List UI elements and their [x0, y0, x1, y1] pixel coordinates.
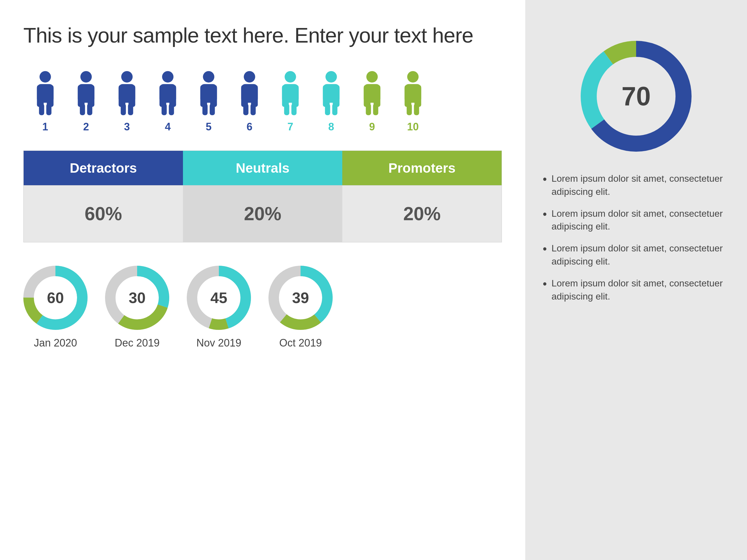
small-chart-value-0: 60: [47, 289, 64, 306]
small-chart-value-2: 45: [210, 289, 227, 306]
small-chart-2: 45Nov 2019: [187, 266, 251, 349]
bullet-item-3: •Lorem ipsum dolor sit amet, consectetue…: [543, 277, 729, 303]
svg-rect-23: [169, 104, 174, 115]
big-donut-chart: 70: [581, 41, 692, 152]
svg-rect-2: [37, 85, 44, 107]
svg-rect-44: [323, 85, 330, 107]
person-item-1: 1: [29, 71, 61, 133]
svg-rect-17: [128, 104, 133, 115]
svg-rect-59: [414, 104, 419, 115]
svg-rect-33: [251, 85, 258, 107]
svg-rect-57: [414, 85, 421, 107]
svg-rect-27: [210, 85, 217, 107]
person-icon-1: [29, 71, 61, 117]
svg-rect-38: [282, 85, 289, 107]
main-container: This is your sample text here. Enter you…: [0, 0, 747, 560]
svg-point-6: [80, 71, 92, 83]
bullet-text-1: Lorem ipsum dolor sit amet, consectetuer…: [551, 207, 729, 233]
page-title: This is your sample text here. Enter you…: [23, 23, 502, 47]
small-chart-label-2: Nov 2019: [197, 337, 241, 349]
svg-rect-8: [78, 85, 85, 107]
svg-point-18: [162, 71, 173, 83]
svg-rect-32: [241, 85, 248, 107]
person-icon-8: [315, 71, 347, 117]
person-icon-4: [152, 71, 184, 117]
svg-rect-41: [291, 104, 297, 115]
svg-rect-22: [162, 104, 167, 115]
person-number-3: 3: [124, 121, 130, 133]
small-chart-0: 60Jan 2020: [23, 266, 87, 349]
svg-rect-58: [407, 104, 412, 115]
svg-rect-40: [284, 104, 289, 115]
small-chart-3: 39Oct 2019: [268, 266, 333, 349]
small-donut-3: 39: [268, 266, 333, 330]
small-chart-value-1: 30: [129, 289, 146, 306]
svg-rect-51: [374, 85, 380, 107]
small-chart-value-3: 39: [292, 289, 309, 306]
small-chart-label-3: Oct 2019: [279, 337, 322, 349]
person-number-5: 5: [206, 121, 211, 133]
header-promoters: Promoters: [342, 151, 501, 185]
person-number-2: 2: [83, 121, 89, 133]
svg-rect-4: [39, 104, 44, 115]
person-icon-7: [274, 71, 306, 117]
small-chart-1: 30Dec 2019: [105, 266, 169, 349]
bullet-item-0: •Lorem ipsum dolor sit amet, consectetue…: [543, 172, 729, 198]
person-number-7: 7: [287, 121, 293, 133]
person-icon-10: [397, 71, 429, 117]
bullet-text-0: Lorem ipsum dolor sit amet, consectetuer…: [551, 172, 729, 198]
small-donut-0: 60: [23, 266, 87, 330]
bullet-dot-2: •: [543, 242, 547, 256]
person-item-4: 4: [152, 71, 184, 133]
small-chart-label-1: Dec 2019: [115, 337, 160, 349]
svg-rect-53: [373, 104, 379, 115]
svg-rect-29: [210, 104, 215, 115]
svg-rect-28: [203, 104, 208, 115]
svg-point-12: [121, 71, 132, 83]
table-header-row: Detractors Neutrals Promoters: [24, 151, 501, 185]
svg-rect-5: [46, 104, 52, 115]
person-item-10: 10: [397, 71, 429, 133]
person-icon-5: [192, 71, 225, 117]
bullet-item-2: •Lorem ipsum dolor sit amet, consectetue…: [543, 242, 729, 268]
data-detractors: 60%: [24, 185, 183, 242]
svg-rect-21: [169, 85, 176, 107]
person-item-8: 8: [315, 71, 347, 133]
small-donut-2: 45: [187, 266, 251, 330]
svg-point-36: [284, 71, 296, 83]
person-number-8: 8: [328, 121, 334, 133]
small-charts-section: 60Jan 202030Dec 201945Nov 201939Oct 2019: [23, 266, 502, 349]
svg-rect-26: [201, 85, 207, 107]
bullet-dot-0: •: [543, 172, 547, 186]
svg-rect-34: [243, 104, 249, 115]
person-item-3: 3: [111, 71, 143, 133]
svg-rect-46: [325, 104, 330, 115]
person-icon-9: [356, 71, 388, 117]
person-item-7: 7: [274, 71, 306, 133]
bullet-list: •Lorem ipsum dolor sit amet, consectetue…: [543, 172, 729, 303]
bullet-item-1: •Lorem ipsum dolor sit amet, consectetue…: [543, 207, 729, 233]
svg-rect-20: [160, 85, 166, 107]
svg-rect-50: [364, 85, 370, 107]
bullet-text-2: Lorem ipsum dolor sit amet, consectetuer…: [551, 242, 729, 268]
person-number-4: 4: [165, 121, 171, 133]
header-neutrals: Neutrals: [183, 151, 342, 185]
svg-point-42: [325, 71, 337, 83]
svg-rect-3: [47, 85, 53, 107]
svg-rect-39: [292, 85, 299, 107]
svg-rect-47: [332, 104, 338, 115]
bullet-dot-3: •: [543, 277, 547, 291]
data-neutrals: 20%: [183, 185, 342, 242]
person-icon-3: [111, 71, 143, 117]
big-chart-value: 70: [621, 81, 651, 111]
small-chart-label-0: Jan 2020: [34, 337, 77, 349]
person-item-6: 6: [233, 71, 265, 133]
table-data-row: 60% 20% 20%: [24, 185, 501, 242]
svg-rect-9: [87, 85, 94, 107]
svg-rect-56: [405, 85, 411, 107]
person-icon-2: [70, 71, 102, 117]
people-section: 1 2 3 4 5 6: [23, 71, 502, 133]
small-donut-1: 30: [105, 266, 169, 330]
bullet-dot-1: •: [543, 207, 547, 221]
svg-point-48: [366, 71, 378, 83]
